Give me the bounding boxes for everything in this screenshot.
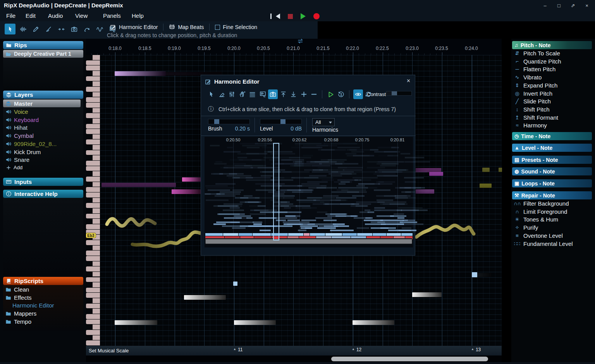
section-header-time-note[interactable]: ◷Time - Note: [512, 132, 592, 140]
tool-item-purify[interactable]: ✧Purify: [514, 224, 538, 231]
midi-note[interactable]: [477, 273, 491, 277]
black-key[interactable]: [93, 108, 100, 113]
record-button[interactable]: [313, 13, 320, 19]
subtract-tool[interactable]: [309, 89, 319, 99]
menu-view[interactable]: View: [75, 12, 88, 19]
white-key[interactable]: [86, 113, 100, 118]
white-key[interactable]: [86, 266, 100, 271]
black-key[interactable]: [93, 298, 100, 303]
pencil-tool[interactable]: [30, 24, 41, 34]
add-tool[interactable]: [299, 89, 309, 99]
layer-item[interactable]: Cymbal: [5, 132, 34, 139]
white-key[interactable]: [86, 288, 100, 293]
black-key[interactable]: [93, 246, 100, 251]
midi-note[interactable]: [182, 177, 201, 182]
tool-item-filter-background[interactable]: ∩∩Filter Background: [514, 200, 569, 207]
level-slider-handle[interactable]: [280, 119, 285, 124]
white-key[interactable]: [86, 203, 100, 208]
tool-item-vibrato[interactable]: ∿Vibrato: [514, 74, 542, 81]
midi-note[interactable]: [472, 272, 477, 277]
menu-panels[interactable]: Panels: [103, 12, 121, 19]
layer-item[interactable]: Hihat: [5, 124, 28, 131]
ripscript-item[interactable]: Harmonic Editor: [12, 302, 54, 309]
black-key[interactable]: [93, 272, 100, 277]
fine-selection-button[interactable]: Fine Selection: [210, 24, 263, 30]
white-key[interactable]: [86, 330, 100, 335]
layer-item[interactable]: Kick Drum: [5, 149, 41, 155]
camera-tool[interactable]: [69, 24, 79, 34]
layer-item[interactable]: Keyboard: [5, 117, 39, 123]
white-key[interactable]: [86, 60, 100, 65]
midi-note[interactable]: [480, 184, 492, 188]
white-key[interactable]: [86, 129, 100, 134]
white-key[interactable]: [86, 192, 100, 197]
midi-note[interactable]: [115, 320, 157, 325]
tool-item-tones-hum[interactable]: ✳Tones & Hum: [514, 216, 558, 223]
layer-item[interactable]: 909Ride_02_8...: [5, 141, 57, 147]
pitch-curve-tool[interactable]: [81, 24, 92, 34]
camera-tool[interactable]: [268, 89, 278, 99]
black-key[interactable]: [93, 81, 100, 86]
minimize-button[interactable]: –: [540, 2, 550, 9]
skip-start-button[interactable]: [276, 14, 280, 19]
section-header-presets-note[interactable]: ▤Presets - Note: [512, 156, 592, 164]
tool-item-pitch-to-scale[interactable]: ⇵Pitch To Scale: [514, 50, 560, 57]
midi-note[interactable]: [101, 183, 176, 187]
maximize-button[interactable]: □: [554, 2, 564, 9]
midi-note[interactable]: [499, 168, 502, 172]
harmonics-dropdown[interactable]: All: [312, 118, 335, 126]
black-key[interactable]: [93, 198, 100, 203]
black-key[interactable]: [93, 261, 100, 266]
white-key[interactable]: [86, 150, 100, 155]
export-up-tool[interactable]: [279, 89, 288, 99]
section-header-repair-note[interactable]: ⚒Repair - Note: [512, 191, 592, 199]
sliders-tool[interactable]: [227, 89, 237, 99]
map-beats-button[interactable]: Map Beats: [163, 24, 209, 30]
white-key[interactable]: [86, 293, 100, 298]
layer-item[interactable]: Snare: [5, 156, 29, 163]
white-key[interactable]: [86, 277, 100, 282]
menu-edit[interactable]: Edit: [26, 12, 36, 19]
midi-note[interactable]: [412, 292, 442, 297]
hand-tool[interactable]: [237, 89, 247, 99]
midi-note[interactable]: [184, 295, 226, 300]
waveform-tool[interactable]: [17, 24, 28, 34]
menu-file[interactable]: File: [6, 12, 15, 19]
contrast-slider[interactable]: [386, 91, 412, 96]
tool-item-invert-pitch[interactable]: ◎Invert Pitch: [514, 90, 552, 97]
rips-header[interactable]: Rips: [3, 41, 83, 49]
white-key[interactable]: [86, 256, 100, 261]
time-slice-selection[interactable]: [273, 143, 279, 240]
rip-item[interactable]: Deeply Creative Part 1: [3, 50, 83, 58]
play-button[interactable]: [326, 89, 336, 99]
ripscript-item[interactable]: Mappers: [5, 310, 36, 317]
spectrogram[interactable]: 0:20.500:20.560:20.620:20.680:20.750:20.…: [205, 137, 413, 247]
ripscript-item[interactable]: Clean: [5, 286, 29, 293]
ripscripts-header[interactable]: RipScripts: [3, 277, 83, 285]
midi-note[interactable]: [233, 282, 237, 286]
white-key[interactable]: [86, 139, 100, 144]
midi-note[interactable]: [172, 189, 201, 194]
black-key[interactable]: [93, 208, 100, 213]
section-header-loops-note[interactable]: ▣Loops - Note: [512, 179, 592, 187]
midi-note[interactable]: [482, 168, 490, 172]
white-key[interactable]: [86, 103, 100, 108]
inputs-header[interactable]: Inputs: [3, 178, 83, 186]
dialog-close-button[interactable]: ×: [407, 77, 410, 84]
white-key[interactable]: [86, 251, 100, 256]
close-button[interactable]: ×: [582, 2, 592, 9]
midi-note[interactable]: [429, 172, 443, 176]
spectro-scrollbar[interactable]: [205, 239, 412, 244]
eraser-tool[interactable]: [217, 89, 227, 99]
white-key[interactable]: [86, 304, 100, 309]
knife-tool[interactable]: [43, 24, 54, 34]
contrast-slider-handle[interactable]: [392, 91, 397, 95]
tool-item-slide-pitch[interactable]: ╱Slide Pitch: [514, 98, 551, 105]
set-musical-scale-button[interactable]: Set Musical Scale: [89, 348, 129, 354]
menu-help[interactable]: Help: [132, 12, 144, 19]
midi-note[interactable]: [115, 71, 166, 76]
ripscript-item[interactable]: Tempo: [5, 318, 31, 325]
tool-item-overtone-level[interactable]: ≡Overtone Level: [514, 232, 563, 239]
midi-note[interactable]: [353, 320, 394, 325]
wave-tool[interactable]: [94, 24, 105, 34]
